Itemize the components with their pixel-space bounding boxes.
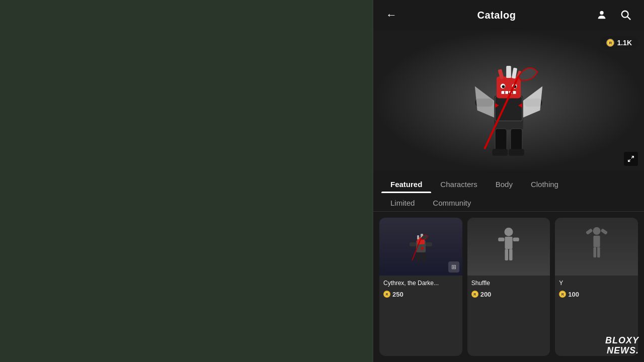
header-icons [594,7,634,23]
svg-point-0 [600,11,603,15]
currency-amount: 1.1K [617,39,632,47]
svg-rect-39 [498,238,504,242]
item-info-cythrex: Cythrex, the Darke... R 250 [379,276,462,303]
hero-image-container: R 1.1K [373,30,644,171]
tab-characters[interactable]: Characters [431,176,486,193]
item-image-cythrex: ⊞ [379,218,462,276]
svg-rect-47 [593,247,596,257]
person-icon [596,10,607,21]
catalog-panel: ← Catalog [373,0,644,362]
bundle-icon: ⊞ [448,261,459,273]
svg-rect-44 [593,236,600,247]
catalog-title: Catalog [477,10,516,21]
svg-point-8 [502,85,505,88]
svg-point-1 [622,11,628,18]
tabs-row-1: Featured Characters Body Clothing [381,176,636,193]
bloxy-line1: BLOXY [605,336,639,346]
svg-rect-24 [509,149,524,155]
currency-icon: R [606,39,614,47]
svg-rect-23 [492,149,508,155]
search-icon [620,10,631,21]
y-figure [584,225,609,268]
robux-icon-2: R [471,291,478,298]
expand-button[interactable] [624,152,638,166]
price-value-cythrex: 250 [392,291,404,298]
item-info-y: Y R 100 [555,276,638,303]
search-button[interactable] [618,7,634,23]
tab-clothing[interactable]: Clothing [522,176,568,193]
svg-rect-11 [505,91,508,94]
back-button[interactable]: ← [383,7,399,23]
svg-rect-40 [513,238,519,242]
tab-limited[interactable]: Limited [381,195,424,211]
price-value-y: 100 [568,291,579,298]
price-value-shuffle: 200 [480,291,492,298]
svg-point-43 [593,227,600,235]
profile-button[interactable] [594,7,610,23]
svg-rect-34 [417,252,421,261]
hero-background [373,30,644,171]
currency-badge: R 1.1K [600,36,638,49]
expand-icon [627,155,634,162]
item-card-shuffle[interactable]: Shuffle R 200 [467,218,550,356]
tabs-container: Featured Characters Body Clothing Limite… [373,171,644,212]
svg-rect-45 [586,228,593,235]
svg-rect-15 [506,66,511,78]
svg-rect-10 [502,91,505,94]
svg-rect-29 [417,235,419,239]
robux-icon-3: R [559,291,566,298]
bloxy-line2: NEWS. [605,346,639,356]
svg-rect-33 [426,242,432,246]
svg-rect-41 [505,249,508,260]
item-price-cythrex: R 250 [383,291,458,298]
svg-rect-13 [513,91,516,94]
item-price-y: R 100 [559,291,634,298]
item-price-shuffle: R 200 [471,291,546,298]
item-name-y: Y [559,280,634,288]
tab-body[interactable]: Body [487,176,522,193]
item-image-shuffle [467,218,550,276]
bloxy-watermark: BLOXY NEWS. [605,336,639,356]
svg-point-37 [504,228,513,236]
character-illustration [458,43,559,163]
tab-featured[interactable]: Featured [381,176,431,193]
item-card-cythrex[interactable]: ⊞ Cythrex, the Darke... R 250 [379,218,462,356]
background-left [0,0,372,362]
item-name-cythrex: Cythrex, the Darke... [383,280,458,288]
item-image-y [555,218,638,276]
svg-rect-32 [410,242,416,246]
svg-rect-46 [600,228,608,235]
tabs-row-2: Limited Community [381,193,636,211]
items-grid: ⊞ Cythrex, the Darke... R 250 [373,212,644,362]
cythrex-figure [407,225,435,268]
catalog-header: ← Catalog [373,0,644,30]
svg-line-2 [627,17,630,20]
item-name-shuffle: Shuffle [471,280,546,288]
svg-rect-35 [422,252,426,261]
svg-rect-42 [509,249,513,260]
shuffle-figure [496,225,521,268]
item-info-shuffle: Shuffle R 200 [467,276,550,303]
robux-icon-1: R [383,291,390,298]
svg-rect-38 [505,237,512,249]
svg-rect-48 [597,247,600,257]
tab-community[interactable]: Community [424,195,480,211]
